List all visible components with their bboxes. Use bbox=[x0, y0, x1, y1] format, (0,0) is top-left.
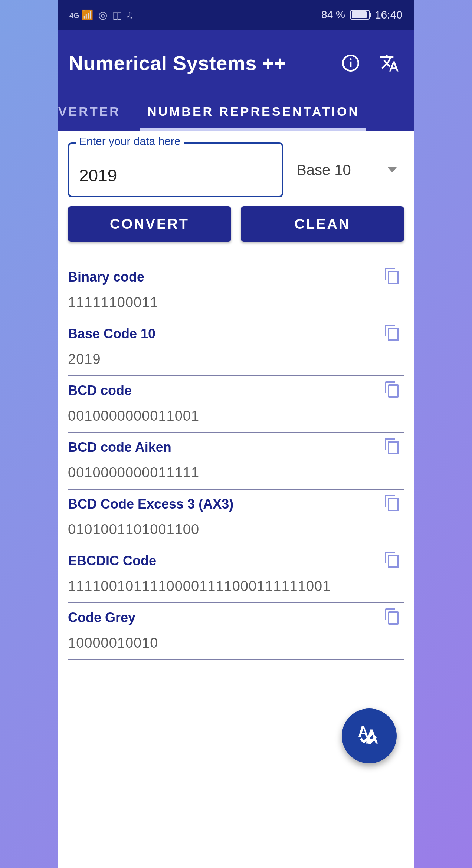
status-bar: 4G 📶 ◎ ▯▯ ♫ 84 % 16:40 bbox=[58, 0, 414, 30]
result-label: BCD Code Excess 3 (AX3) bbox=[68, 496, 404, 512]
spellcheck-fab[interactable] bbox=[342, 708, 397, 763]
clock: 16:40 bbox=[375, 9, 403, 21]
result-item: BCD code0010000000011001 bbox=[68, 376, 404, 433]
input-label: Enter your data here bbox=[76, 135, 184, 148]
chevron-down-icon bbox=[388, 167, 397, 172]
results-list: Binary code11111100011Base Code 102019BC… bbox=[68, 263, 404, 660]
number-input[interactable] bbox=[68, 142, 283, 197]
app-bar: Numerical Systems ++ bbox=[58, 30, 414, 85]
copy-icon[interactable] bbox=[383, 550, 402, 569]
result-item: BCD Code Excess 3 (AX3)0101001101001100 bbox=[68, 490, 404, 546]
vibrate-icon: ▯▯ bbox=[112, 9, 121, 21]
copy-icon[interactable] bbox=[383, 323, 402, 342]
result-value: 10000010010 bbox=[68, 635, 404, 651]
hotspot-icon: ◎ bbox=[98, 9, 107, 21]
number-input-field[interactable]: Enter your data here bbox=[68, 142, 283, 197]
result-value: 0010000000011001 bbox=[68, 408, 404, 424]
network-indicator: 4G 📶 bbox=[69, 9, 93, 21]
tab-converter[interactable]: VERTER bbox=[58, 104, 134, 131]
result-value: 0010000000011111 bbox=[68, 465, 404, 481]
result-label: EBCDIC Code bbox=[68, 553, 404, 569]
result-label: BCD code bbox=[68, 383, 404, 398]
convert-button[interactable]: CONVERT bbox=[68, 206, 231, 242]
copy-icon[interactable] bbox=[383, 266, 402, 286]
base-selected-value: Base 10 bbox=[296, 162, 351, 178]
result-item: Base Code 102019 bbox=[68, 319, 404, 376]
base-select[interactable]: Base 10 bbox=[294, 162, 404, 178]
result-label: Base Code 10 bbox=[68, 326, 404, 342]
copy-icon[interactable] bbox=[383, 380, 402, 399]
copy-icon[interactable] bbox=[383, 607, 402, 626]
battery-text: 84 % bbox=[321, 9, 345, 21]
translate-icon[interactable] bbox=[379, 53, 400, 73]
app-title: Numerical Systems ++ bbox=[69, 52, 286, 75]
result-value: 0101001101001100 bbox=[68, 522, 404, 537]
copy-icon[interactable] bbox=[383, 437, 402, 456]
copy-icon[interactable] bbox=[383, 493, 402, 513]
music-icon: ♫ bbox=[126, 9, 134, 21]
result-value: 11111100011 bbox=[68, 295, 404, 310]
result-label: Binary code bbox=[68, 269, 404, 285]
app-frame: 4G 📶 ◎ ▯▯ ♫ 84 % 16:40 Numerical Systems… bbox=[58, 0, 414, 868]
result-item: BCD code Aiken0010000000011111 bbox=[68, 433, 404, 490]
result-value: 2019 bbox=[68, 351, 404, 367]
result-label: BCD code Aiken bbox=[68, 440, 404, 455]
result-value: 11110010111100001111000111111001 bbox=[68, 578, 404, 594]
clean-button[interactable]: CLEAN bbox=[241, 206, 404, 242]
result-item: Binary code11111100011 bbox=[68, 263, 404, 319]
tab-indicator bbox=[140, 128, 366, 131]
battery-icon bbox=[350, 10, 370, 20]
svg-point-2 bbox=[350, 58, 352, 60]
tab-bar: VERTER NUMBER REPRESENTATION bbox=[58, 85, 414, 131]
info-icon[interactable] bbox=[340, 53, 361, 73]
result-label: Code Grey bbox=[68, 610, 404, 625]
result-item: Code Grey10000010010 bbox=[68, 603, 404, 660]
result-item: EBCDIC Code11110010111100001111000111111… bbox=[68, 546, 404, 603]
